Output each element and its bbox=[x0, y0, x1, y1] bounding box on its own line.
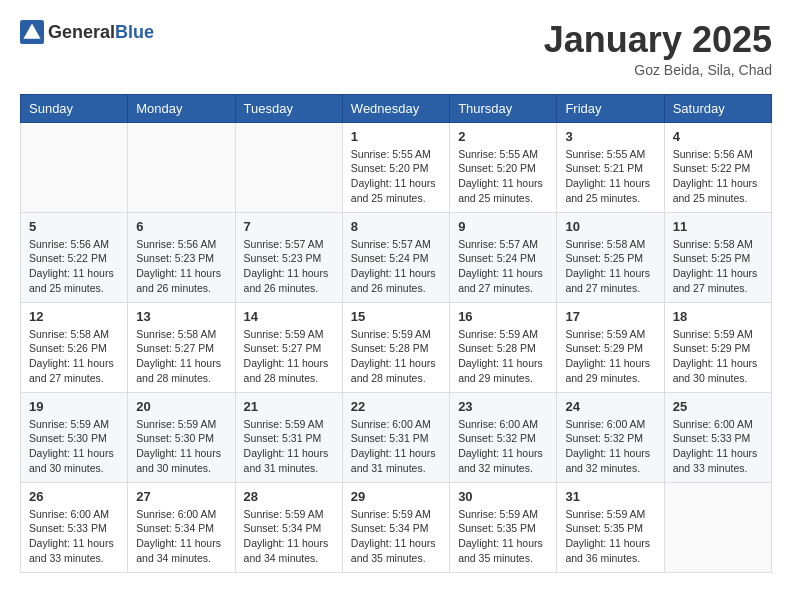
day-info: Sunrise: 5:59 AM Sunset: 5:30 PM Dayligh… bbox=[29, 417, 119, 476]
day-header-sunday: Sunday bbox=[21, 94, 128, 122]
calendar-cell: 28Sunrise: 5:59 AM Sunset: 5:34 PM Dayli… bbox=[235, 482, 342, 572]
day-number: 13 bbox=[136, 309, 226, 324]
day-number: 4 bbox=[673, 129, 763, 144]
day-number: 17 bbox=[565, 309, 655, 324]
day-number: 2 bbox=[458, 129, 548, 144]
day-header-thursday: Thursday bbox=[450, 94, 557, 122]
day-info: Sunrise: 5:59 AM Sunset: 5:30 PM Dayligh… bbox=[136, 417, 226, 476]
calendar-week-row: 12Sunrise: 5:58 AM Sunset: 5:26 PM Dayli… bbox=[21, 302, 772, 392]
calendar-cell: 5Sunrise: 5:56 AM Sunset: 5:22 PM Daylig… bbox=[21, 212, 128, 302]
day-info: Sunrise: 5:57 AM Sunset: 5:23 PM Dayligh… bbox=[244, 237, 334, 296]
month-year-title: January 2025 bbox=[544, 20, 772, 60]
day-info: Sunrise: 5:59 AM Sunset: 5:29 PM Dayligh… bbox=[673, 327, 763, 386]
calendar-week-row: 5Sunrise: 5:56 AM Sunset: 5:22 PM Daylig… bbox=[21, 212, 772, 302]
day-info: Sunrise: 6:00 AM Sunset: 5:31 PM Dayligh… bbox=[351, 417, 441, 476]
day-number: 25 bbox=[673, 399, 763, 414]
day-number: 21 bbox=[244, 399, 334, 414]
calendar-cell: 22Sunrise: 6:00 AM Sunset: 5:31 PM Dayli… bbox=[342, 392, 449, 482]
calendar-cell: 19Sunrise: 5:59 AM Sunset: 5:30 PM Dayli… bbox=[21, 392, 128, 482]
day-number: 27 bbox=[136, 489, 226, 504]
day-info: Sunrise: 6:00 AM Sunset: 5:32 PM Dayligh… bbox=[458, 417, 548, 476]
calendar-cell: 18Sunrise: 5:59 AM Sunset: 5:29 PM Dayli… bbox=[664, 302, 771, 392]
calendar-cell: 26Sunrise: 6:00 AM Sunset: 5:33 PM Dayli… bbox=[21, 482, 128, 572]
calendar-cell: 16Sunrise: 5:59 AM Sunset: 5:28 PM Dayli… bbox=[450, 302, 557, 392]
calendar-cell: 27Sunrise: 6:00 AM Sunset: 5:34 PM Dayli… bbox=[128, 482, 235, 572]
day-header-monday: Monday bbox=[128, 94, 235, 122]
calendar-cell: 20Sunrise: 5:59 AM Sunset: 5:30 PM Dayli… bbox=[128, 392, 235, 482]
day-number: 1 bbox=[351, 129, 441, 144]
calendar-cell: 7Sunrise: 5:57 AM Sunset: 5:23 PM Daylig… bbox=[235, 212, 342, 302]
day-info: Sunrise: 5:57 AM Sunset: 5:24 PM Dayligh… bbox=[458, 237, 548, 296]
logo-blue: Blue bbox=[115, 22, 154, 42]
calendar-cell: 2Sunrise: 5:55 AM Sunset: 5:20 PM Daylig… bbox=[450, 122, 557, 212]
calendar-table: SundayMondayTuesdayWednesdayThursdayFrid… bbox=[20, 94, 772, 573]
day-info: Sunrise: 5:58 AM Sunset: 5:26 PM Dayligh… bbox=[29, 327, 119, 386]
day-number: 18 bbox=[673, 309, 763, 324]
day-header-tuesday: Tuesday bbox=[235, 94, 342, 122]
day-number: 12 bbox=[29, 309, 119, 324]
calendar-cell: 24Sunrise: 6:00 AM Sunset: 5:32 PM Dayli… bbox=[557, 392, 664, 482]
day-info: Sunrise: 5:56 AM Sunset: 5:23 PM Dayligh… bbox=[136, 237, 226, 296]
calendar-week-row: 26Sunrise: 6:00 AM Sunset: 5:33 PM Dayli… bbox=[21, 482, 772, 572]
day-info: Sunrise: 6:00 AM Sunset: 5:34 PM Dayligh… bbox=[136, 507, 226, 566]
generalblue-logo-icon bbox=[20, 20, 44, 44]
day-number: 3 bbox=[565, 129, 655, 144]
day-info: Sunrise: 5:58 AM Sunset: 5:27 PM Dayligh… bbox=[136, 327, 226, 386]
calendar-week-row: 19Sunrise: 5:59 AM Sunset: 5:30 PM Dayli… bbox=[21, 392, 772, 482]
day-info: Sunrise: 5:58 AM Sunset: 5:25 PM Dayligh… bbox=[565, 237, 655, 296]
day-number: 14 bbox=[244, 309, 334, 324]
day-info: Sunrise: 5:59 AM Sunset: 5:28 PM Dayligh… bbox=[351, 327, 441, 386]
day-info: Sunrise: 5:59 AM Sunset: 5:35 PM Dayligh… bbox=[458, 507, 548, 566]
day-info: Sunrise: 6:00 AM Sunset: 5:33 PM Dayligh… bbox=[29, 507, 119, 566]
calendar-cell: 8Sunrise: 5:57 AM Sunset: 5:24 PM Daylig… bbox=[342, 212, 449, 302]
day-number: 10 bbox=[565, 219, 655, 234]
day-number: 8 bbox=[351, 219, 441, 234]
logo: GeneralBlue bbox=[20, 20, 154, 44]
calendar-cell: 6Sunrise: 5:56 AM Sunset: 5:23 PM Daylig… bbox=[128, 212, 235, 302]
calendar-cell: 1Sunrise: 5:55 AM Sunset: 5:20 PM Daylig… bbox=[342, 122, 449, 212]
day-header-wednesday: Wednesday bbox=[342, 94, 449, 122]
day-info: Sunrise: 5:59 AM Sunset: 5:34 PM Dayligh… bbox=[244, 507, 334, 566]
day-info: Sunrise: 5:55 AM Sunset: 5:21 PM Dayligh… bbox=[565, 147, 655, 206]
day-number: 5 bbox=[29, 219, 119, 234]
calendar-week-row: 1Sunrise: 5:55 AM Sunset: 5:20 PM Daylig… bbox=[21, 122, 772, 212]
calendar-cell: 13Sunrise: 5:58 AM Sunset: 5:27 PM Dayli… bbox=[128, 302, 235, 392]
day-info: Sunrise: 6:00 AM Sunset: 5:32 PM Dayligh… bbox=[565, 417, 655, 476]
day-number: 7 bbox=[244, 219, 334, 234]
page-header: GeneralBlue January 2025 Goz Beida, Sila… bbox=[20, 20, 772, 78]
calendar-cell: 31Sunrise: 5:59 AM Sunset: 5:35 PM Dayli… bbox=[557, 482, 664, 572]
day-info: Sunrise: 5:59 AM Sunset: 5:29 PM Dayligh… bbox=[565, 327, 655, 386]
day-info: Sunrise: 5:59 AM Sunset: 5:31 PM Dayligh… bbox=[244, 417, 334, 476]
day-number: 6 bbox=[136, 219, 226, 234]
day-info: Sunrise: 5:59 AM Sunset: 5:27 PM Dayligh… bbox=[244, 327, 334, 386]
day-number: 11 bbox=[673, 219, 763, 234]
day-number: 26 bbox=[29, 489, 119, 504]
day-number: 15 bbox=[351, 309, 441, 324]
day-number: 9 bbox=[458, 219, 548, 234]
calendar-cell: 29Sunrise: 5:59 AM Sunset: 5:34 PM Dayli… bbox=[342, 482, 449, 572]
calendar-cell bbox=[664, 482, 771, 572]
calendar-cell: 30Sunrise: 5:59 AM Sunset: 5:35 PM Dayli… bbox=[450, 482, 557, 572]
calendar-cell: 9Sunrise: 5:57 AM Sunset: 5:24 PM Daylig… bbox=[450, 212, 557, 302]
calendar-cell: 25Sunrise: 6:00 AM Sunset: 5:33 PM Dayli… bbox=[664, 392, 771, 482]
title-section: January 2025 Goz Beida, Sila, Chad bbox=[544, 20, 772, 78]
day-info: Sunrise: 5:57 AM Sunset: 5:24 PM Dayligh… bbox=[351, 237, 441, 296]
calendar-cell: 17Sunrise: 5:59 AM Sunset: 5:29 PM Dayli… bbox=[557, 302, 664, 392]
day-info: Sunrise: 5:55 AM Sunset: 5:20 PM Dayligh… bbox=[458, 147, 548, 206]
calendar-cell bbox=[235, 122, 342, 212]
calendar-cell: 23Sunrise: 6:00 AM Sunset: 5:32 PM Dayli… bbox=[450, 392, 557, 482]
day-number: 31 bbox=[565, 489, 655, 504]
day-number: 20 bbox=[136, 399, 226, 414]
day-header-saturday: Saturday bbox=[664, 94, 771, 122]
day-info: Sunrise: 5:56 AM Sunset: 5:22 PM Dayligh… bbox=[673, 147, 763, 206]
day-info: Sunrise: 5:55 AM Sunset: 5:20 PM Dayligh… bbox=[351, 147, 441, 206]
day-number: 30 bbox=[458, 489, 548, 504]
day-number: 29 bbox=[351, 489, 441, 504]
day-info: Sunrise: 5:59 AM Sunset: 5:28 PM Dayligh… bbox=[458, 327, 548, 386]
calendar-cell: 11Sunrise: 5:58 AM Sunset: 5:25 PM Dayli… bbox=[664, 212, 771, 302]
calendar-cell: 12Sunrise: 5:58 AM Sunset: 5:26 PM Dayli… bbox=[21, 302, 128, 392]
day-number: 22 bbox=[351, 399, 441, 414]
logo-general: General bbox=[48, 22, 115, 42]
day-number: 24 bbox=[565, 399, 655, 414]
calendar-cell: 15Sunrise: 5:59 AM Sunset: 5:28 PM Dayli… bbox=[342, 302, 449, 392]
